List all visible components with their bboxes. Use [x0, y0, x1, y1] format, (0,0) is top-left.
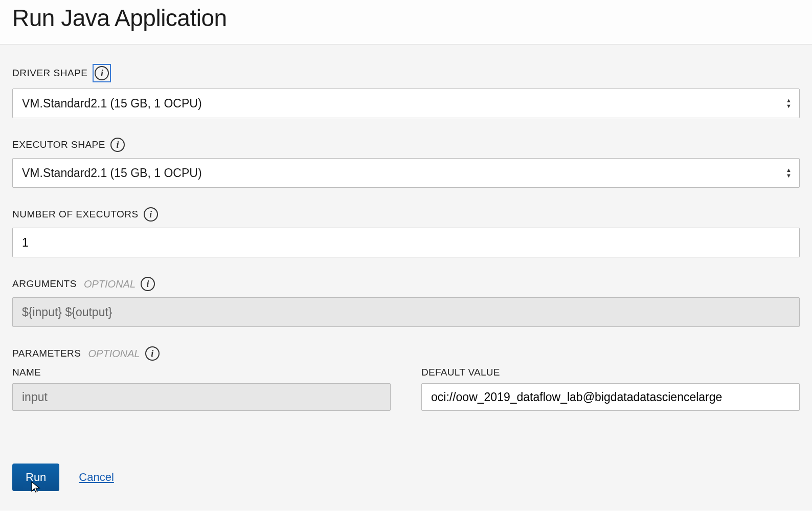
param-name-input	[12, 383, 391, 411]
field-executor-shape: EXECUTOR SHAPE i VM.Standard2.1 (15 GB, …	[12, 138, 800, 188]
dialog-footer: Run Cancel	[12, 464, 114, 491]
label-row: EXECUTOR SHAPE i	[12, 138, 800, 152]
label-row: NUMBER OF EXECUTORS i	[12, 207, 800, 222]
label-row: ARGUMENTS OPTIONAL i	[12, 277, 800, 291]
num-executors-label: NUMBER OF EXECUTORS	[12, 209, 139, 220]
driver-shape-label: DRIVER SHAPE	[12, 68, 87, 79]
optional-badge: OPTIONAL	[88, 348, 140, 360]
info-icon[interactable]: i	[95, 66, 109, 80]
driver-shape-select[interactable]: VM.Standard2.1 (15 GB, 1 OCPU)	[12, 89, 800, 118]
dialog-header: Run Java Application	[0, 0, 812, 45]
info-icon[interactable]: i	[145, 346, 160, 361]
field-parameters: PARAMETERS OPTIONAL i NAME DEFAULT VALUE	[12, 346, 800, 411]
info-icon[interactable]: i	[141, 277, 155, 291]
form-area: DRIVER SHAPE i VM.Standard2.1 (15 GB, 1 …	[0, 45, 812, 511]
param-value-label: DEFAULT VALUE	[421, 367, 800, 378]
info-icon[interactable]: i	[144, 207, 158, 222]
num-executors-input[interactable]	[12, 228, 800, 257]
run-button-label: Run	[26, 471, 46, 483]
cancel-link[interactable]: Cancel	[79, 471, 114, 484]
driver-shape-value: VM.Standard2.1 (15 GB, 1 OCPU)	[22, 97, 202, 111]
field-arguments: ARGUMENTS OPTIONAL i	[12, 277, 800, 327]
parameters-row: NAME DEFAULT VALUE	[12, 367, 800, 411]
field-driver-shape: DRIVER SHAPE i VM.Standard2.1 (15 GB, 1 …	[12, 64, 800, 118]
param-name-label: NAME	[12, 367, 391, 378]
parameters-label: PARAMETERS	[12, 348, 81, 359]
param-value-col: DEFAULT VALUE	[421, 367, 800, 411]
info-icon[interactable]: i	[110, 138, 125, 152]
optional-badge: OPTIONAL	[84, 278, 136, 290]
run-button[interactable]: Run	[12, 464, 59, 491]
executor-shape-value: VM.Standard2.1 (15 GB, 1 OCPU)	[22, 166, 202, 180]
executor-shape-label: EXECUTOR SHAPE	[12, 139, 105, 150]
label-row: PARAMETERS OPTIONAL i	[12, 346, 800, 361]
param-name-col: NAME	[12, 367, 391, 411]
executor-shape-select-wrap: VM.Standard2.1 (15 GB, 1 OCPU) ▲▼	[12, 158, 800, 188]
info-icon-wrap: i	[93, 64, 111, 82]
arguments-label: ARGUMENTS	[12, 278, 77, 290]
param-value-input[interactable]	[421, 383, 800, 411]
label-row: DRIVER SHAPE i	[12, 64, 800, 82]
arguments-input	[12, 297, 800, 327]
page-title: Run Java Application	[12, 4, 800, 32]
executor-shape-select[interactable]: VM.Standard2.1 (15 GB, 1 OCPU)	[12, 158, 800, 188]
field-num-executors: NUMBER OF EXECUTORS i	[12, 207, 800, 257]
driver-shape-select-wrap: VM.Standard2.1 (15 GB, 1 OCPU) ▲▼	[12, 89, 800, 118]
